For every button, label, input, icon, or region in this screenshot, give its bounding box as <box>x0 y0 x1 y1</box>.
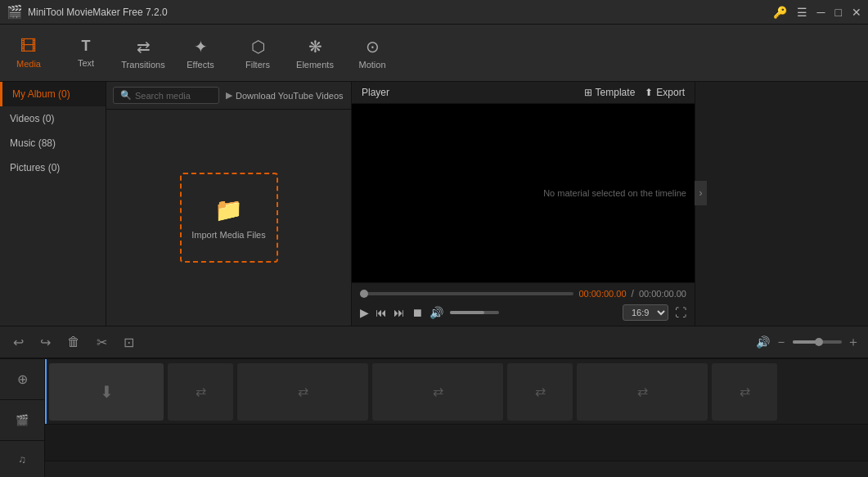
sidebar-item-music[interactable]: Music (88) <box>0 131 106 155</box>
export-icon: ⬆ <box>645 87 653 98</box>
track-area: ⬇ ⇄ ⇄ ⇄ ⇄ ⇄ ⇄ <box>45 359 868 477</box>
panel-expand-button[interactable]: › <box>695 181 707 205</box>
audio-icon: 🔊 <box>756 335 770 349</box>
titlebar: 🎬 MiniTool MovieMaker Free 7.2.0 🔑 ☰ ─ □… <box>0 0 868 25</box>
zoom-thumb[interactable] <box>815 338 823 346</box>
no-material-text: No material selected on the timeline <box>543 188 686 198</box>
toolbar-item-text[interactable]: T Text <box>57 25 115 82</box>
transition-clip-1[interactable]: ⇄ <box>168 363 233 421</box>
stop-button[interactable]: ⏹ <box>412 306 423 319</box>
app-logo: 🎬 <box>7 4 23 20</box>
zoom-fill <box>793 340 817 344</box>
search-input[interactable]: 🔍 Search media <box>113 87 219 104</box>
text-label: Text <box>78 58 94 68</box>
titlebar-left: 🎬 MiniTool MovieMaker Free 7.2.0 <box>7 4 168 20</box>
export-button[interactable]: ⬆ Export <box>645 87 685 98</box>
zoom-in-button[interactable]: ＋ <box>847 334 860 351</box>
sidebar: My Album (0) Videos (0) Music (88) Pictu… <box>0 82 106 326</box>
main-area: My Album (0) Videos (0) Music (88) Pictu… <box>0 82 868 326</box>
total-time: 00:00:00.00 <box>639 289 686 299</box>
edit-toolbar-right: 🔊 － ＋ <box>756 334 860 351</box>
app-title: MiniTool MovieMaker Free 7.2.0 <box>28 7 168 18</box>
audio-track-icon: ♫ <box>0 441 44 477</box>
media-content: 📁 Import Media Files <box>106 110 351 326</box>
player-controls: 00:00:00.00 / 00:00:00.00 ▶ ⏮ ⏭ ⏹ 🔊 16:9… <box>352 282 695 326</box>
zoom-bar[interactable] <box>793 340 842 344</box>
player-panel: Player ⊞ Template ⬆ Export No material s… <box>352 82 695 326</box>
folder-icon: 📁 <box>214 196 243 223</box>
transition-clip-4[interactable]: ⇄ <box>507 363 573 421</box>
audio-track-row <box>45 425 868 461</box>
toolbar-item-effects[interactable]: ✦ Effects <box>172 25 229 82</box>
media-toolbar: 🔍 Search media ▶ Download YouTube Videos <box>106 82 351 110</box>
motion-label: Motion <box>358 60 385 70</box>
clip-download-icon: ⬇ <box>100 382 114 402</box>
search-icon: 🔍 <box>120 90 132 101</box>
add-media-track-button[interactable]: ⊕ <box>0 359 44 400</box>
youtube-icon: ▶ <box>226 90 232 101</box>
toolbar-item-filters[interactable]: ⬡ Filters <box>229 25 286 82</box>
menu-icon[interactable]: ☰ <box>797 6 807 19</box>
transitions-icon: ⇄ <box>137 37 151 56</box>
redo-button[interactable]: ↪ <box>35 331 56 353</box>
timeline-tracks: ⊕ 🎬 ♫ ⬇ ⇄ ⇄ ⇄ ⇄ <box>0 359 868 477</box>
edit-toolbar: ↩ ↪ 🗑 ✂ ⊡ 🔊 － ＋ <box>0 326 868 358</box>
elements-icon: ❋ <box>308 37 322 56</box>
right-panel <box>695 82 868 326</box>
transition-icon-3: ⇄ <box>433 384 443 399</box>
sidebar-item-videos[interactable]: Videos (0) <box>0 106 106 131</box>
sidebar-item-my-album[interactable]: My Album (0) <box>0 82 106 106</box>
toolbar-item-motion[interactable]: ⊙ Motion <box>344 25 401 82</box>
transition-icon-2: ⇄ <box>298 384 308 399</box>
crop-button[interactable]: ⊡ <box>119 331 139 353</box>
effects-label: Effects <box>187 60 214 70</box>
next-frame-button[interactable]: ⏭ <box>394 306 405 319</box>
search-placeholder: Search media <box>135 91 191 101</box>
toolbar-item-media[interactable]: 🎞 Media <box>0 25 57 82</box>
aspect-ratio-select[interactable]: 16:9 <box>623 304 668 321</box>
transition-clip-3[interactable]: ⇄ <box>372 363 503 421</box>
close-button[interactable]: ✕ <box>852 6 861 19</box>
undo-button[interactable]: ↩ <box>8 331 29 353</box>
video-display: No material selected on the timeline › <box>352 104 695 282</box>
mute-button[interactable]: 🔊 <box>430 306 443 319</box>
play-button[interactable]: ▶ <box>360 306 369 319</box>
video-track-row: ⬇ ⇄ ⇄ ⇄ ⇄ ⇄ ⇄ <box>45 359 868 425</box>
restore-button[interactable]: □ <box>835 6 842 19</box>
key-icon[interactable]: 🔑 <box>773 6 787 19</box>
timeline-playhead[interactable] <box>45 359 47 424</box>
player-header: Player ⊞ Template ⬆ Export <box>352 82 695 104</box>
video-clip-main[interactable]: ⬇ <box>49 363 164 421</box>
timeline: ⊕ 🎬 ♫ ⬇ ⇄ ⇄ ⇄ ⇄ <box>0 358 868 477</box>
fullscreen-button[interactable]: ⛶ <box>675 306 686 319</box>
cut-button[interactable]: ✂ <box>92 331 112 353</box>
progress-bar[interactable] <box>360 292 573 295</box>
progress-thumb[interactable] <box>360 290 368 298</box>
sidebar-item-pictures[interactable]: Pictures (0) <box>0 155 106 180</box>
delete-button[interactable]: 🗑 <box>62 331 85 353</box>
time-separator: / <box>632 288 634 299</box>
template-icon: ⊞ <box>584 87 592 98</box>
download-youtube-button[interactable]: ▶ Download YouTube Videos <box>226 90 344 101</box>
player-tab[interactable]: Player <box>362 87 389 98</box>
track-controls: ⊕ 🎬 ♫ <box>0 359 45 477</box>
template-button[interactable]: ⊞ Template <box>584 87 636 98</box>
transition-clip-5[interactable]: ⇄ <box>577 363 708 421</box>
toolbar-item-transitions[interactable]: ⇄ Transitions <box>115 25 172 82</box>
volume-bar[interactable] <box>450 311 499 314</box>
transition-clip-6[interactable]: ⇄ <box>712 363 777 421</box>
motion-icon: ⊙ <box>366 37 380 56</box>
text-icon: T <box>82 38 91 55</box>
toolbar-item-elements[interactable]: ❋ Elements <box>286 25 344 82</box>
minimize-button[interactable]: ─ <box>817 6 825 19</box>
zoom-out-button[interactable]: － <box>775 334 788 351</box>
transition-icon-1: ⇄ <box>196 384 206 399</box>
import-media-box[interactable]: 📁 Import Media Files <box>180 173 278 263</box>
titlebar-controls: 🔑 ☰ ─ □ ✕ <box>773 6 861 19</box>
transitions-label: Transitions <box>121 60 164 70</box>
main-toolbar: 🎞 Media T Text ⇄ Transitions ✦ Effects ⬡… <box>0 25 868 82</box>
elements-label: Elements <box>296 60 334 70</box>
prev-frame-button[interactable]: ⏮ <box>376 306 387 319</box>
transition-icon-4: ⇄ <box>535 384 546 399</box>
transition-clip-2[interactable]: ⇄ <box>237 363 368 421</box>
